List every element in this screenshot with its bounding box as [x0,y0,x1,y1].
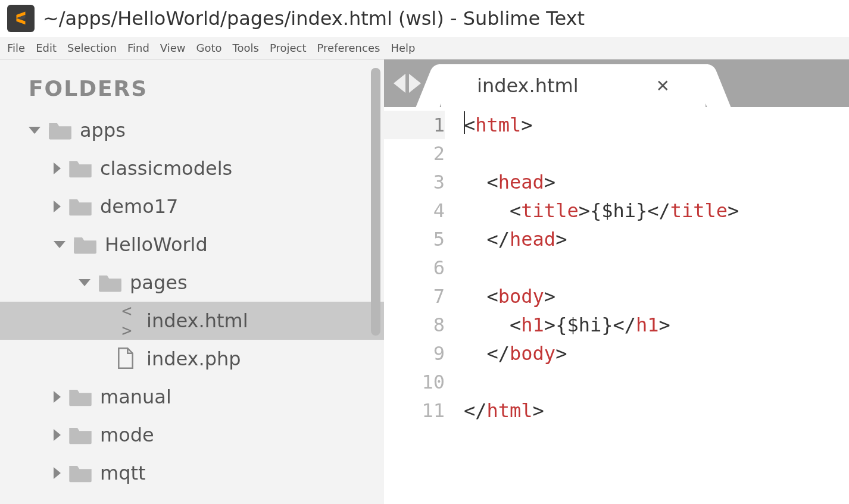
line-number-gutter: 1234567891011 [384,107,464,504]
folder-item-helloworld[interactable]: HelloWorld [0,226,384,264]
file-item-index-php[interactable]: index.php [0,340,384,378]
code-line[interactable] [464,253,739,282]
disclosure-right-icon[interactable] [54,429,61,441]
line-number: 1 [384,111,445,139]
token-text [464,285,487,308]
sidebar: FOLDERS appsclassicmodelsdemo17HelloWorl… [0,60,384,504]
token-punct: < [464,114,475,136]
menu-item-find[interactable]: Find [123,39,154,57]
file-item-index-html[interactable]: < >index.html [0,302,384,340]
sidebar-scrollbar[interactable] [371,68,380,336]
token-punct: > [659,314,670,336]
workspace: FOLDERS appsclassicmodelsdemo17HelloWorl… [0,60,849,504]
editor-body[interactable]: 1234567891011 <html> <head> <title>{$hi}… [384,107,849,504]
code-line[interactable]: </html> [464,396,739,425]
folder-icon [68,387,93,407]
disclosure-down-icon[interactable] [29,127,40,134]
disclosure-right-icon[interactable] [54,162,61,174]
line-number: 2 [384,139,445,168]
disclosure-down-icon[interactable] [54,241,65,248]
token-punct: > [544,285,555,308]
tree-item-label: index.html [146,309,248,332]
token-tagname: title [521,199,578,222]
folder-item-classicmodels[interactable]: classicmodels [0,149,384,187]
code-line[interactable]: <head> [464,168,739,196]
menu-item-selection[interactable]: Selection [63,39,121,57]
menu-item-tools[interactable]: Tools [228,39,264,57]
folder-tree: appsclassicmodelsdemo17HelloWorldpages< … [0,111,384,492]
window-title: ~/apps/HelloWorld/pages/index.html (wsl)… [43,7,585,30]
token-tagname: head [510,228,555,251]
tab-active[interactable]: index.html ✕ [441,64,706,107]
token-text: {$hi} [590,199,647,222]
code-area[interactable]: <html> <head> <title>{$hi}</title> </hea… [464,107,739,504]
token-punct: < [510,199,521,222]
disclosure-right-icon[interactable] [54,391,61,403]
tab-nav-back-icon[interactable] [394,74,405,93]
token-punct: < [510,314,521,336]
tab-close-icon[interactable]: ✕ [656,76,670,96]
token-tagname: h1 [636,314,659,336]
menu-item-help[interactable]: Help [386,39,420,57]
token-punct: > [728,199,739,222]
code-line[interactable]: <html> [464,111,739,139]
code-line[interactable] [464,368,739,396]
token-tagname: body [510,342,555,365]
sidebar-heading: FOLDERS [0,70,384,111]
menu-item-edit[interactable]: Edit [31,39,61,57]
token-text: {$hi} [555,314,613,336]
token-tagname: html [475,114,521,136]
token-punct: > [555,342,567,365]
token-punct: > [544,314,555,336]
menu-item-project[interactable]: Project [265,39,311,57]
folder-item-mqtt[interactable]: mqtt [0,454,384,492]
code-line[interactable]: </body> [464,339,739,368]
folder-item-demo17[interactable]: demo17 [0,187,384,226]
menu-item-goto[interactable]: Goto [192,39,227,57]
code-line[interactable]: <h1>{$hi}</h1> [464,311,739,339]
tab-nav-forward-icon[interactable] [409,74,421,93]
folder-icon [98,273,123,293]
line-number: 6 [384,253,445,282]
code-line[interactable]: </head> [464,225,739,253]
disclosure-right-icon[interactable] [54,201,61,212]
code-line[interactable] [464,139,739,168]
token-text [464,228,487,251]
folder-icon [68,425,93,445]
code-line[interactable]: <title>{$hi}</title> [464,196,739,225]
disclosure-right-icon[interactable] [54,467,61,479]
token-text [464,199,510,222]
code-line[interactable]: <body> [464,282,739,311]
tree-item-label: demo17 [100,195,178,218]
folder-icon [68,158,93,179]
menu-item-preferences[interactable]: Preferences [313,39,385,57]
folder-item-apps[interactable]: apps [0,111,384,149]
menu-item-file[interactable]: File [2,39,30,57]
line-number: 11 [384,396,445,425]
tabbar: index.html ✕ [384,60,849,107]
folder-icon [73,234,98,255]
menu-item-view[interactable]: View [155,39,191,57]
tree-item-label: apps [80,119,126,142]
disclosure-down-icon[interactable] [79,279,90,286]
token-tagname: title [670,199,728,222]
folder-icon [68,196,93,217]
tree-item-label: index.php [146,348,241,370]
menubar: FileEditSelectionFindViewGotoToolsProjec… [0,37,849,60]
line-number: 9 [384,339,445,368]
token-punct: > [521,114,532,136]
token-tagname: head [498,171,544,193]
token-punct: < [487,285,498,308]
folder-item-mode[interactable]: mode [0,416,384,454]
token-tagname: h1 [521,314,544,336]
folder-item-pages[interactable]: pages [0,264,384,302]
app-icon [7,5,35,32]
token-punct: > [579,199,590,222]
token-punct: > [555,228,567,251]
token-tagname: body [498,285,544,308]
folder-item-manual[interactable]: manual [0,378,384,416]
token-punct: </ [464,399,487,422]
tree-item-label: manual [100,386,171,408]
line-number: 10 [384,368,445,396]
token-punct: </ [487,228,510,251]
